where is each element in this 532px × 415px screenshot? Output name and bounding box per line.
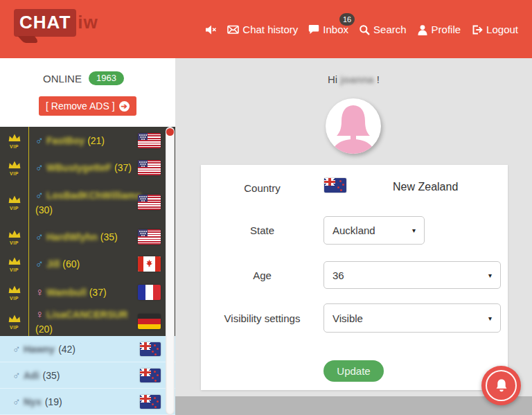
- vip-label: VIP: [10, 171, 19, 176]
- online-count-badge: 1963: [89, 71, 124, 85]
- vip-crown-icon: [8, 284, 21, 297]
- user-row[interactable]: ♂ Hawny (42): [0, 336, 175, 362]
- chevron-down-icon: ▾: [412, 227, 416, 234]
- female-icon: ♀: [35, 286, 44, 298]
- profile-main-area: Hi joanna ! Country New Zealand State Au…: [175, 58, 532, 396]
- user-row[interactable]: VIP ♂Jill (60): [0, 250, 175, 277]
- age-select[interactable]: 36 ▾: [323, 261, 501, 289]
- nav-chat-history[interactable]: Chat history: [227, 24, 298, 35]
- chatiw-logo[interactable]: CHAT iw: [14, 9, 98, 37]
- arrow-right-icon: ➔: [119, 101, 130, 112]
- user-row[interactable]: VIP ♂HardWlyhn (35): [0, 223, 175, 250]
- user-age: (20): [35, 324, 53, 335]
- us-flag-icon: [138, 195, 161, 210]
- bell-ring: [486, 370, 517, 401]
- vip-label: VIP: [10, 296, 19, 301]
- greeting-prefix: Hi: [328, 73, 337, 85]
- nz-flag-icon: [140, 395, 161, 409]
- user-age: (37): [114, 162, 132, 173]
- us-flag-icon: [138, 229, 161, 245]
- male-icon: ♂: [35, 161, 44, 173]
- male-icon: ♂: [35, 134, 44, 146]
- greeting-text: Hi joanna !: [175, 73, 532, 85]
- regular-user-list: ♂ Hawny (42) ♂ Adi (35) ♂ Nyx (19): [0, 336, 175, 415]
- male-icon: ♂: [35, 231, 44, 242]
- nav-search[interactable]: Search: [359, 24, 407, 35]
- online-label: ONLINE: [43, 73, 82, 85]
- state-select-value: Auckland: [332, 224, 375, 236]
- user-row[interactable]: VIP ♂WBustygetteF (37): [0, 154, 175, 181]
- mute-sound-button[interactable]: [205, 24, 217, 35]
- country-label: Country: [201, 182, 323, 194]
- vip-label: VIP: [10, 240, 19, 245]
- inbox-unread-badge: 16: [339, 13, 355, 26]
- vip-crown-icon: [8, 313, 21, 326]
- male-icon: ♂: [12, 369, 21, 382]
- online-counter: ONLINE 1963: [0, 71, 167, 85]
- user-row[interactable]: ♂ Adi (35): [0, 362, 175, 389]
- user-age: (37): [89, 287, 107, 298]
- username: Jill: [46, 258, 60, 270]
- user-row[interactable]: VIP ♂LosBadKChWilliams (30): [0, 181, 175, 223]
- user-age: (60): [62, 258, 80, 270]
- remove-ads-label: [ Remove ADS ]: [46, 100, 115, 112]
- bell-icon: [493, 378, 510, 394]
- sidebar-scrollbar[interactable]: [166, 127, 175, 415]
- visibility-select-value: Visible: [332, 312, 363, 324]
- country-value: New Zealand: [393, 181, 458, 193]
- nav-profile[interactable]: Profile: [417, 24, 461, 35]
- username: LisaCANCERSUR: [46, 309, 127, 320]
- update-button[interactable]: Update: [323, 360, 384, 382]
- vip-crown-icon: [8, 194, 21, 206]
- vip-label: VIP: [10, 144, 19, 149]
- vip-label: VIP: [10, 206, 19, 211]
- user-age: (30): [35, 204, 53, 215]
- bottom-strip: [175, 396, 532, 415]
- speaker-muted-icon: [205, 24, 217, 35]
- notifications-button[interactable]: [481, 366, 521, 405]
- username: Adi: [24, 370, 39, 381]
- visibility-select[interactable]: Visible ▾: [323, 303, 501, 333]
- chevron-down-icon: ▾: [488, 272, 492, 279]
- male-icon: ♂: [12, 396, 21, 408]
- envelope-icon: [227, 24, 239, 35]
- top-header: CHAT iw Chat history Inbox 16: [0, 0, 532, 58]
- chatiw-app: CHAT iw Chat history Inbox 16: [0, 0, 532, 415]
- remove-ads-button[interactable]: [ Remove ADS ] ➔: [39, 96, 136, 116]
- user-row[interactable]: ♂ Nyx (19): [0, 389, 175, 415]
- nav-chat-history-label: Chat history: [242, 24, 298, 35]
- chevron-down-icon: ▾: [488, 315, 492, 322]
- username: Nyx: [24, 396, 42, 407]
- age-label: Age: [201, 270, 323, 281]
- nav-logout[interactable]: Logout: [471, 24, 518, 35]
- nav-search-label: Search: [373, 24, 407, 35]
- male-icon: ♂: [12, 343, 21, 355]
- username: Hawny: [24, 344, 55, 355]
- vip-crown-icon: [8, 159, 21, 172]
- user-row[interactable]: VIP ♂FastBoy (21): [0, 127, 175, 154]
- state-select[interactable]: Auckland ▾: [323, 216, 425, 245]
- vip-crown-icon: [8, 256, 21, 268]
- logo-chat-badge: CHAT: [14, 9, 76, 37]
- us-flag-icon: [138, 160, 161, 175]
- nz-flag-icon: [140, 369, 161, 382]
- canada-flag-icon: [138, 256, 161, 272]
- greeting-username: joanna: [340, 73, 373, 85]
- username: Wambull: [46, 287, 87, 298]
- username: LosBadKChWilliams: [46, 190, 141, 201]
- vip-label: VIP: [10, 267, 19, 272]
- age-select-value: 36: [332, 270, 344, 281]
- user-row[interactable]: VIP ♀Wambull (37): [0, 277, 175, 307]
- profile-settings-card: Country New Zealand State Auckland ▾ Age…: [201, 165, 508, 390]
- nav-inbox[interactable]: Inbox 16: [308, 24, 348, 35]
- logo-iw-text: iw: [78, 9, 98, 31]
- user-age: (35): [100, 231, 118, 242]
- nz-flag-icon: [324, 178, 346, 193]
- speech-bubble-icon: [308, 24, 319, 35]
- user-age: (21): [87, 135, 105, 146]
- scrollbar-thumb[interactable]: [166, 128, 174, 136]
- nav-logout-label: Logout: [486, 24, 518, 35]
- male-icon: ♂: [35, 258, 44, 270]
- user-row[interactable]: VIP ♀LisaCANCERSUR (20): [0, 307, 175, 336]
- vip-crown-icon: [8, 229, 21, 241]
